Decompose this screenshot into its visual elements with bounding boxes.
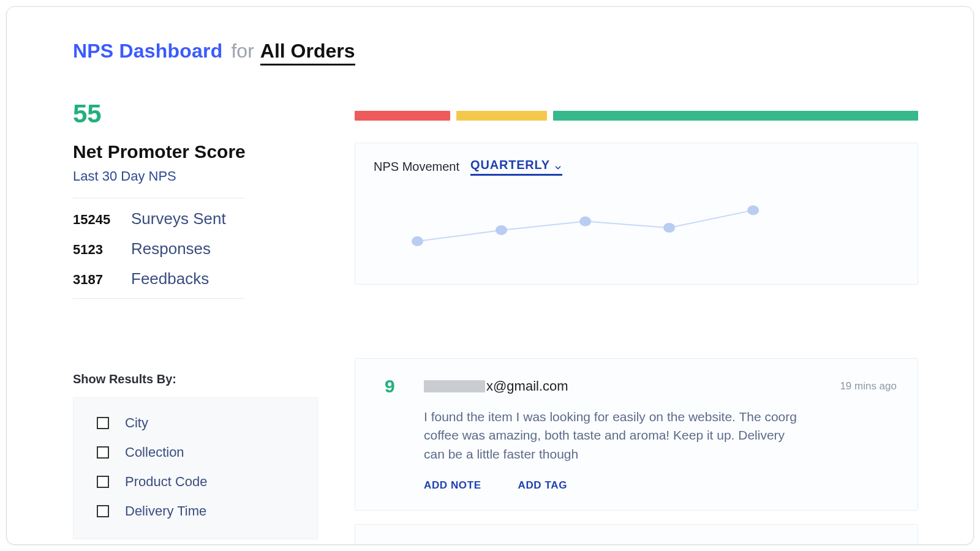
filter-product-code[interactable]: Product Code	[97, 474, 299, 490]
filter-city[interactable]: City	[97, 415, 299, 431]
nps-movement-range-selector[interactable]: QUARTERLY	[470, 158, 562, 176]
svg-point-3	[663, 223, 675, 233]
feedback-card: 9 x@gmail.com 19 mins ago I found the it…	[355, 358, 918, 511]
add-note-button[interactable]: ADD NOTE	[424, 479, 481, 492]
page-title: NPS Dashboard	[73, 40, 222, 62]
svg-point-0	[412, 236, 423, 246]
nps-movement-chart	[374, 182, 899, 274]
promoters-segment	[553, 111, 918, 121]
feedback-score: 9	[385, 376, 424, 397]
filter-label: City	[125, 415, 148, 431]
filter-label: Collection	[125, 444, 184, 460]
feedback-email-redacted	[424, 380, 485, 392]
stat-label-feedbacks: Feedbacks	[131, 269, 318, 288]
stat-label-surveys: Surveys Sent	[131, 209, 318, 228]
passives-segment	[456, 111, 546, 121]
chevron-down-icon	[554, 161, 562, 170]
svg-point-4	[747, 205, 759, 215]
filter-label: Product Code	[125, 474, 208, 490]
nps-movement-title: NPS Movement	[374, 160, 459, 174]
nps-movement-card: NPS Movement QUARTERLY	[355, 143, 918, 285]
filters-box: City Collection Product Code Delivery Ti…	[73, 397, 318, 539]
nps-score-value: 55	[73, 101, 318, 127]
svg-point-1	[496, 225, 507, 235]
detractors-segment	[355, 111, 450, 121]
feedback-card-next	[355, 524, 918, 545]
main: NPS Movement QUARTERLY 9	[355, 101, 918, 545]
stats-block: 15245 Surveys Sent 5123 Responses 3187 F…	[73, 209, 318, 288]
filter-collection[interactable]: Collection	[97, 444, 299, 460]
feedback-email: x@gmail.com	[486, 378, 568, 394]
checkbox-icon[interactable]	[97, 476, 109, 488]
checkbox-icon[interactable]	[97, 446, 109, 459]
nps-score-title: Net Promoter Score	[73, 141, 318, 162]
app-frame: NPS Dashboard for All Orders 55 Net Prom…	[6, 6, 974, 545]
sidebar: 55 Net Promoter Score Last 30 Day NPS 15…	[73, 101, 318, 545]
page-title-for: for	[231, 40, 254, 62]
filters: Show Results By: City Collection Product…	[73, 372, 318, 539]
filters-title: Show Results By:	[73, 372, 318, 386]
filter-label: Delivery Time	[125, 503, 206, 519]
stat-value-responses: 5123	[73, 242, 131, 258]
page-header: NPS Dashboard for All Orders	[73, 40, 918, 66]
svg-point-2	[579, 217, 591, 227]
divider	[73, 298, 244, 299]
checkbox-icon[interactable]	[97, 505, 109, 517]
stat-label-responses: Responses	[131, 239, 318, 258]
filter-delivery-time[interactable]: Delivery Time	[97, 503, 299, 519]
nps-distribution-bar	[355, 111, 918, 121]
nps-score-subtitle: Last 30 Day NPS	[73, 168, 318, 184]
divider	[73, 198, 244, 198]
feedback-timestamp: 19 mins ago	[840, 380, 897, 392]
feedback-body: I found the item I was looking for easil…	[424, 408, 804, 463]
checkbox-icon[interactable]	[97, 417, 109, 429]
stat-value-feedbacks: 3187	[73, 272, 131, 288]
add-tag-button[interactable]: ADD TAG	[518, 479, 567, 492]
stat-value-surveys: 15245	[73, 212, 131, 228]
scope-selector[interactable]: All Orders	[260, 40, 355, 66]
nps-movement-range-label: QUARTERLY	[470, 158, 550, 172]
